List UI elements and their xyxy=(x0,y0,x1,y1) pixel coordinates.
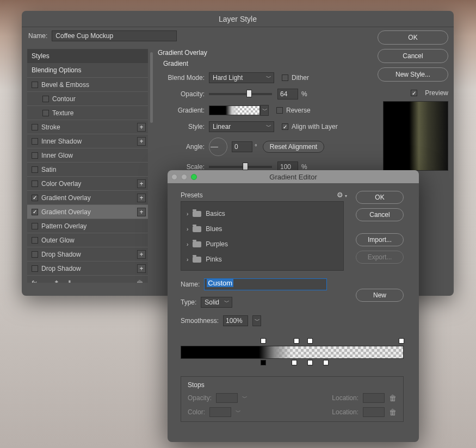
fx-icon[interactable]: fx xyxy=(32,279,36,283)
style-item[interactable]: Bevel & Emboss xyxy=(27,77,148,91)
presets-list[interactable]: ›Basics›Blues›Purples›Pinks xyxy=(181,201,344,271)
checkbox[interactable] xyxy=(32,166,38,173)
styles-footer: fx ⬆ ⬇ 🗑 xyxy=(27,275,148,283)
stops-color-label: Color: xyxy=(188,408,205,416)
plus-icon[interactable] xyxy=(137,123,146,132)
plus-icon[interactable] xyxy=(137,179,146,188)
blending-options-header[interactable]: Blending Options xyxy=(27,63,148,77)
checkbox[interactable] xyxy=(32,152,38,159)
ge-type-select[interactable]: Solid﹀ xyxy=(201,297,232,308)
ge-smooth-dropdown[interactable]: ﹀ xyxy=(252,315,261,326)
ok-button[interactable]: OK xyxy=(378,30,448,45)
style-item[interactable]: Gradient Overlay xyxy=(27,190,148,204)
plus-icon[interactable] xyxy=(137,137,146,146)
scale-label: Scale: xyxy=(158,163,209,171)
opacity-stop[interactable] xyxy=(294,338,299,344)
checkbox[interactable] xyxy=(32,209,38,215)
preset-folder[interactable]: ›Basics xyxy=(184,206,340,221)
gradient-label: Gradient: xyxy=(158,107,209,114)
opacity-stop[interactable] xyxy=(307,338,313,344)
style-item[interactable]: Gradient Overlay xyxy=(27,204,148,219)
blend-mode-value: Hard Light xyxy=(213,74,243,82)
opacity-stop[interactable] xyxy=(399,338,404,344)
style-select[interactable]: Linear﹀ xyxy=(209,121,274,132)
opacity-label: Opacity: xyxy=(158,90,209,98)
style-item-label: Drop Shadow xyxy=(41,265,81,272)
styles-scrollbar[interactable] xyxy=(149,52,153,275)
reset-alignment-button[interactable]: Reset Alignment xyxy=(263,141,324,153)
color-stop[interactable] xyxy=(261,360,266,365)
stops-opacity-input[interactable] xyxy=(216,393,238,403)
style-item[interactable]: Drop Shadow xyxy=(27,261,148,275)
gradient-editor-dialog: Gradient Editor Presets ›Basics›Blues›Pu… xyxy=(168,170,419,442)
move-down-icon[interactable]: ⬇ xyxy=(66,279,73,283)
preset-folder[interactable]: ›Blues xyxy=(184,221,340,237)
checkbox[interactable] xyxy=(32,82,38,88)
ge-cancel-button[interactable]: Cancel xyxy=(356,208,404,221)
plus-icon[interactable] xyxy=(137,250,146,259)
checkbox[interactable] xyxy=(32,138,38,145)
checkbox[interactable] xyxy=(32,251,38,258)
new-style-button[interactable]: New Style... xyxy=(378,67,448,82)
plus-icon[interactable] xyxy=(137,208,146,216)
style-item-label: Gradient Overlay xyxy=(41,194,91,202)
gradient-editor-titlebar[interactable]: Gradient Editor xyxy=(168,170,419,183)
angle-input[interactable] xyxy=(232,141,252,152)
checkbox[interactable] xyxy=(32,223,38,229)
style-item[interactable]: Drop Shadow xyxy=(27,247,148,261)
opacity-input[interactable] xyxy=(277,89,298,99)
dither-checkbox[interactable] xyxy=(282,74,288,81)
color-stop[interactable] xyxy=(292,360,297,365)
checkbox[interactable] xyxy=(42,110,49,116)
trash-icon[interactable]: 🗑 xyxy=(136,279,144,283)
cancel-button[interactable]: Cancel xyxy=(378,49,448,63)
checkbox[interactable] xyxy=(42,96,49,102)
gradient-picker[interactable] xyxy=(209,105,260,115)
style-item[interactable]: Texture xyxy=(27,105,148,120)
styles-header[interactable]: Styles xyxy=(27,49,148,63)
style-item[interactable]: Color Overlay xyxy=(27,176,148,190)
reverse-checkbox[interactable] xyxy=(276,107,283,114)
ge-new-button[interactable]: New xyxy=(356,289,404,302)
blend-mode-select[interactable]: Hard Light﹀ xyxy=(209,72,274,83)
checkbox[interactable] xyxy=(32,195,38,201)
ge-ok-button[interactable]: OK xyxy=(356,191,404,204)
preset-folder-label: Basics xyxy=(206,210,225,217)
checkbox[interactable] xyxy=(32,237,38,244)
preset-folder[interactable]: ›Purples xyxy=(184,237,340,252)
move-up-icon[interactable]: ⬆ xyxy=(53,279,60,283)
gradient-track[interactable] xyxy=(181,338,404,371)
style-item[interactable]: Inner Glow xyxy=(27,148,148,162)
style-item[interactable]: Contour xyxy=(27,91,148,105)
preset-folder-label: Blues xyxy=(206,225,222,233)
color-stop[interactable] xyxy=(323,360,329,365)
chevron-down-icon: ﹀ xyxy=(266,123,271,130)
preset-folder[interactable]: ›Pinks xyxy=(184,252,340,267)
ge-name-input[interactable]: Custom xyxy=(204,278,327,290)
ge-export-button[interactable]: Export... xyxy=(356,251,404,264)
gradient-editor-buttons: OK Cancel Import... Export... New xyxy=(349,191,410,422)
stops-color-input[interactable] xyxy=(209,407,231,417)
scale-slider[interactable] xyxy=(209,166,272,168)
preview-checkbox[interactable] xyxy=(411,90,417,96)
angle-dial[interactable] xyxy=(209,138,227,156)
style-item[interactable]: Outer Glow xyxy=(27,233,148,247)
gradient-picker-dropdown[interactable]: ﹀ xyxy=(260,105,269,116)
align-checkbox[interactable] xyxy=(282,123,288,130)
style-item[interactable]: Satin xyxy=(27,162,148,176)
style-item[interactable]: Inner Shadow xyxy=(27,134,148,148)
style-item[interactable]: Pattern Overlay xyxy=(27,219,148,233)
color-stop[interactable] xyxy=(307,360,313,365)
ge-import-button[interactable]: Import... xyxy=(356,233,404,246)
opacity-stop[interactable] xyxy=(261,338,266,344)
plus-icon[interactable] xyxy=(137,264,146,273)
ge-smooth-input[interactable] xyxy=(223,315,248,326)
style-item[interactable]: Stroke xyxy=(27,120,148,134)
gear-icon[interactable] xyxy=(337,191,347,199)
opacity-slider[interactable] xyxy=(209,93,272,95)
checkbox[interactable] xyxy=(32,124,38,130)
plus-icon[interactable] xyxy=(137,194,146,202)
checkbox[interactable] xyxy=(32,265,38,272)
checkbox[interactable] xyxy=(32,181,38,187)
fx-menu-icon[interactable] xyxy=(43,279,47,283)
